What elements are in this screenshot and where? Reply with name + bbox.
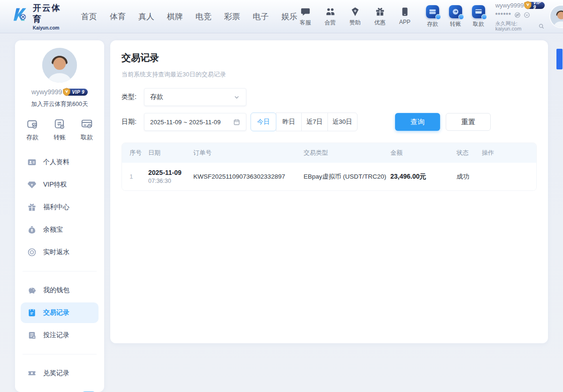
filter-actions: 查询 重置 [395, 113, 491, 131]
masked-balance: ****** [495, 12, 511, 18]
date-filter-row: 日期: 2025-11-09 ~ 2025-11-09 今日 昨日 近7日 近3… [122, 113, 537, 131]
col-header-date: 日期 [148, 149, 193, 157]
quick-date-30days[interactable]: 近30日 [327, 113, 358, 131]
transfer-icon [449, 5, 462, 18]
sidebar-divider [23, 271, 97, 271]
quicklink-sponsor[interactable]: 赞助 [347, 7, 363, 27]
top-navbar: 开云体育 Kaiyun.com 首页 体育 真人 棋牌 电竞 彩票 电子 娱乐 … [0, 0, 563, 33]
quicklink-label: 客服 [300, 19, 311, 27]
sidebar-item-label: 兑奖记录 [43, 369, 69, 377]
withdraw-badge-icon [481, 14, 487, 20]
sidebar-item-prizes[interactable]: 兑奖记录 [15, 362, 104, 384]
sidebar-item-messages[interactable]: 消息中心 99+ [15, 384, 104, 392]
page: 开云体育 Kaiyun.com 首页 体育 真人 棋牌 电竞 彩票 电子 娱乐 … [0, 0, 563, 392]
phone-icon [400, 7, 410, 17]
sidebar-item-bets[interactable]: 投注记录 [15, 324, 104, 347]
quick-date-today[interactable]: 今日 [251, 113, 276, 131]
content-area: wywy9999 VIP 9 加入开云体育第600天 [0, 33, 563, 392]
transfer-action[interactable]: 转账 [447, 5, 464, 28]
sidebar-item-wallet[interactable]: 我的钱包 [15, 279, 104, 302]
quicklink-promotions[interactable]: 优惠 [372, 7, 388, 27]
sidebar-item-transactions[interactable]: 交易记录 [21, 302, 99, 323]
sidebar-menu: 个人资料 VIP特权 福利中心 [15, 151, 104, 392]
calendar-icon [233, 119, 240, 126]
cell-date-time: 07:36:30 [148, 178, 193, 184]
reset-button[interactable]: 重置 [446, 113, 491, 131]
col-header-order: 订单号 [193, 149, 304, 157]
type-filter-row: 类型: 存款 [122, 88, 537, 106]
sidebar-item-label: 个人资料 [43, 158, 69, 166]
sidebar-transfer[interactable]: 转账 [53, 118, 66, 142]
query-button[interactable]: 查询 [395, 113, 440, 131]
user-avatar[interactable] [550, 6, 563, 27]
scrollbar-thumb[interactable] [556, 49, 563, 69]
quicklink-label: 优惠 [374, 19, 386, 27]
wallet-actions: 存款 转账 取款 [424, 5, 487, 28]
nav-item-home[interactable]: 首页 [81, 11, 97, 22]
sidebar-item-vip[interactable]: VIP特权 [15, 173, 104, 196]
quicklink-partners[interactable]: 合营 [322, 7, 338, 27]
type-select[interactable]: 存款 [144, 88, 246, 106]
col-header-action: 操作 [482, 149, 536, 157]
nav-item-chess[interactable]: 棋牌 [167, 11, 183, 22]
nav-item-live-casino[interactable]: 真人 [138, 11, 154, 22]
date-range-input[interactable]: 2025-11-09 ~ 2025-11-09 [144, 113, 246, 131]
col-header-type: 交易类型 [304, 149, 390, 157]
date-filter-label: 日期: [122, 118, 144, 126]
page-title: 交易记录 [122, 52, 537, 64]
profile-avatar[interactable] [42, 48, 77, 83]
date-range-value: 2025-11-09 ~ 2025-11-09 [150, 119, 221, 126]
vip-label: VIP 9 [533, 0, 541, 10]
transfer-badge-icon [458, 14, 464, 20]
eye-off-icon[interactable] [514, 12, 521, 18]
search-icon[interactable] [538, 23, 545, 30]
withdraw-action[interactable]: 取款 [470, 5, 487, 28]
sidebar-deposit[interactable]: 存款 [26, 118, 38, 142]
nav-item-sports[interactable]: 体育 [110, 11, 126, 22]
nav-item-entertainment[interactable]: 娱乐 [282, 11, 297, 22]
type-filter-label: 类型: [122, 93, 144, 101]
refresh-balance-icon[interactable] [524, 12, 530, 18]
brand-logo[interactable]: 开云体育 Kaiyun.com [12, 2, 63, 30]
quick-date-group: 今日 昨日 近7日 近30日 [251, 113, 358, 131]
sidebar-withdraw[interactable]: 取款 [81, 118, 93, 142]
bet-record-icon [27, 331, 37, 340]
col-header-status: 状态 [456, 149, 482, 157]
sidebar-item-label: 福利中心 [43, 203, 69, 211]
cell-amount: 23,496.00元 [390, 173, 456, 181]
money-pouch-icon [27, 225, 37, 234]
sidebar-item-rebate[interactable]: 实时返水 [15, 241, 104, 264]
sidebar-item-welfare[interactable]: 福利中心 [15, 196, 104, 219]
col-header-no: 序号 [129, 149, 148, 157]
sidebar-quick-label: 转账 [53, 133, 66, 142]
col-header-amount: 金额 [390, 149, 456, 157]
sidebar-item-label: 交易记录 [43, 309, 69, 317]
quick-date-yesterday[interactable]: 昨日 [276, 113, 302, 131]
type-select-value: 存款 [150, 93, 163, 101]
deposit-icon [426, 5, 439, 18]
cell-date: 2025-11-09 07:36:30 [148, 169, 193, 184]
brand-title: 开云体育 [33, 2, 63, 25]
nav-item-esports[interactable]: 电竞 [196, 11, 212, 22]
sidebar-item-label: 投注记录 [43, 331, 69, 339]
quicklink-app[interactable]: APP [397, 7, 413, 27]
chat-icon [300, 7, 311, 17]
table-row: 1 2025-11-09 07:36:30 KWSF20251109073630… [122, 163, 536, 190]
vip-shield-icon [62, 88, 71, 96]
quicklink-customer-service[interactable]: 客服 [297, 7, 313, 27]
nav-item-slots[interactable]: 电子 [253, 11, 269, 22]
user-meta: wywy9999 VIP 9 ****** [495, 2, 545, 31]
sidebar-item-yuebao[interactable]: 余额宝 [15, 219, 104, 241]
quick-date-7days[interactable]: 近7日 [301, 113, 328, 131]
username-text: wywy9999 [495, 2, 524, 8]
sidebar-item-profile[interactable]: 个人资料 [15, 151, 104, 173]
nav-item-lottery[interactable]: 彩票 [224, 11, 240, 22]
sidebar-quick-label: 取款 [81, 133, 93, 142]
people-icon [325, 7, 335, 17]
quicklink-label: 赞助 [350, 19, 361, 27]
cell-row-number: 1 [129, 173, 148, 180]
wallet-action-label: 取款 [473, 20, 484, 28]
brand-domain: Kaiyun.com [33, 25, 63, 30]
vip-badge: VIP 9 [526, 2, 544, 9]
deposit-action[interactable]: 存款 [424, 5, 441, 28]
